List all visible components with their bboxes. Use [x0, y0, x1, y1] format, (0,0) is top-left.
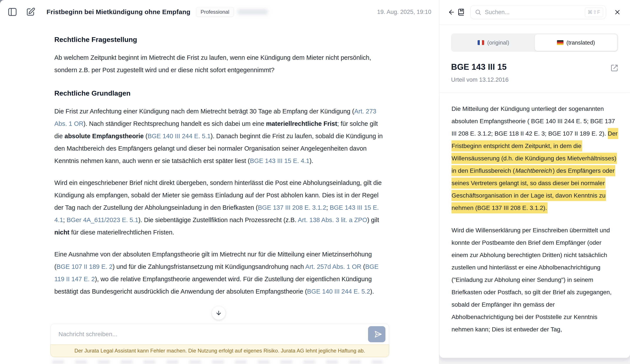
decision-title: BGE 143 III 15	[451, 62, 507, 72]
paragraph: Die Frist zur Anfechtung einer Kündigung…	[54, 105, 384, 167]
back-icon[interactable]	[447, 7, 456, 17]
section-heading: Rechtliche Fragestellung	[54, 33, 384, 46]
tab-original-label: (original)	[487, 39, 509, 46]
citation-link[interactable]: BGE 140 III 244 E. 5.2	[307, 288, 370, 295]
chat-main: Fristbeginn bei Mietkündigung ohne Empfa…	[0, 0, 439, 364]
disclaimer: Der Jurata Legal Assistant kann Fehler m…	[50, 345, 389, 357]
message-input-placeholder: Nachricht schreiben...	[58, 331, 368, 338]
search-placeholder: Suchen...	[485, 9, 585, 16]
citation-link[interactable]: Art. 138 Abs. 3 lit. a ZPO	[298, 216, 367, 223]
decision-date: Urteil vom 13.12.2016	[451, 76, 618, 83]
message-input[interactable]: Nachricht schreiben...	[50, 324, 389, 345]
sidebar-toggle-icon[interactable]	[6, 6, 18, 18]
flag-germany-icon	[557, 40, 564, 45]
main-header: Fristbeginn bei Mietkündigung ohne Empfa…	[0, 0, 439, 24]
panel-topbar: Suchen... ⌘⇧F	[439, 0, 630, 24]
decision-header: (original) (translated) BGE 143 III 15 U…	[439, 24, 630, 93]
paragraph: Eine Ausnahme von der absoluten Empfangs…	[54, 248, 384, 298]
tab-original[interactable]: (original)	[452, 34, 535, 51]
send-button[interactable]	[368, 326, 386, 342]
paragraph: Wird ein eingeschriebener Brief nicht di…	[54, 177, 384, 239]
citation-link[interactable]: BGE 107 II 189 E. 2	[56, 263, 112, 270]
language-tabs: (original) (translated)	[451, 33, 618, 52]
tab-translated[interactable]: (translated)	[535, 34, 618, 51]
compose-icon[interactable]	[25, 6, 36, 18]
book-bookmark-icon[interactable]	[456, 7, 466, 17]
background-blur	[52, 360, 382, 364]
citation-link[interactable]: Art. 257d Abs. 1 OR	[305, 263, 361, 270]
tab-translated-label: (translated)	[566, 39, 595, 46]
magnifier-icon	[475, 9, 481, 15]
page-title: Fristbeginn bei Mietkündigung ohne Empfa…	[46, 8, 190, 16]
composer: Nachricht schreiben... Der Jurata Legal …	[50, 324, 389, 357]
paper-plane-icon	[371, 329, 382, 340]
citation-link[interactable]: BGE 137 III 208 E. 3.1.2	[258, 204, 326, 211]
redacted-text	[238, 9, 268, 15]
shortcut-hint: ⌘⇧F	[585, 7, 603, 17]
search-input[interactable]: Suchen... ⌘⇧F	[470, 5, 606, 19]
citation-link[interactable]: BGer 4A_611/2023 E. 5.1	[66, 216, 138, 223]
highlighted-text: Machtbereich	[516, 165, 552, 176]
close-icon[interactable]	[612, 7, 622, 17]
scroll-to-bottom-button[interactable]	[212, 306, 226, 320]
assistant-answer: Rechtliche Fragestellung Ab welchem Zeit…	[54, 33, 384, 298]
source-panel: Suchen... ⌘⇧F (original) (translated) BG…	[439, 0, 630, 364]
plan-badge: Professional	[196, 7, 234, 17]
external-link-icon[interactable]	[610, 64, 618, 73]
paragraph: Wird die Willenserklärung per Einschreib…	[452, 224, 618, 336]
flag-france-icon	[478, 40, 484, 45]
decision-text: Die Mitteilung der Kündigung unterliegt …	[439, 93, 630, 358]
conversation-date: 19. Aug. 2025, 19:10	[377, 9, 431, 15]
citation-link[interactable]: BGE 140 III 244 E. 5.1	[148, 133, 211, 139]
app-window: Fristbeginn bei Mietkündigung ohne Empfa…	[0, 0, 630, 364]
arrow-down-icon	[216, 310, 222, 316]
paragraph: Die Mitteilung der Kündigung unterliegt …	[452, 103, 618, 214]
citation-link[interactable]: BGE 143 III 15 E. 4.1	[250, 157, 309, 164]
paragraph: Ab welchem Zeitpunkt beginnt im Mietrech…	[54, 51, 384, 76]
section-heading: Rechtliche Grundlagen	[54, 87, 384, 99]
